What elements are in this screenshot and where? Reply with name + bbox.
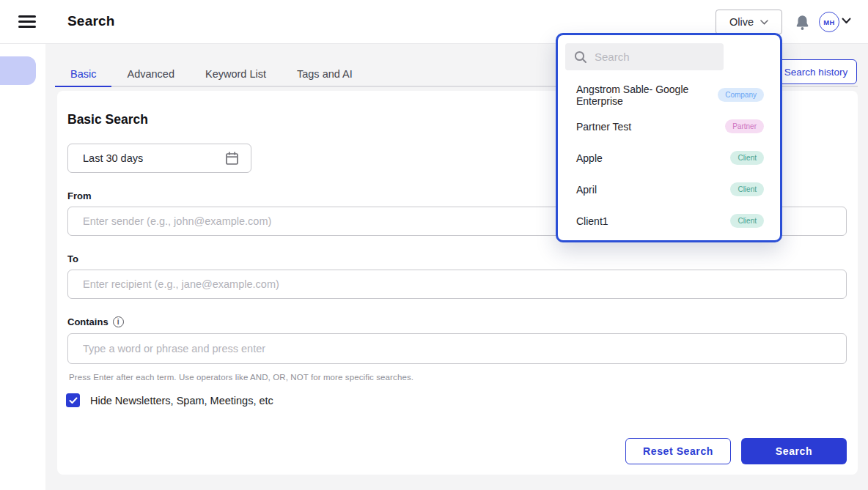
org-name: April	[576, 184, 597, 196]
calendar-icon	[225, 151, 239, 166]
to-label: To	[67, 253, 78, 264]
chevron-down-icon	[760, 20, 768, 25]
org-type-badge: Client	[730, 182, 764, 196]
tab[interactable]: Tags and AI	[282, 62, 368, 86]
user-menu-chevron-icon[interactable]	[842, 18, 851, 24]
org-type-badge: Partner	[725, 119, 764, 133]
sidebar-active-pill[interactable]	[0, 56, 36, 85]
tab-label: Basic	[70, 68, 96, 80]
card-heading: Basic Search	[67, 112, 148, 127]
contains-label: Contains i	[67, 316, 124, 327]
avatar-initials: MH	[823, 18, 834, 26]
org-name: Client1	[576, 215, 608, 227]
search-button[interactable]: Search	[741, 438, 847, 464]
org-type-badge: Company	[718, 88, 764, 102]
org-dropdown-panel: Angstrom Sable- Google Enterprise Compan…	[556, 33, 782, 242]
org-name: Partner Test	[576, 121, 631, 133]
info-icon[interactable]: i	[113, 316, 124, 327]
date-range-picker[interactable]: Last 30 days	[67, 144, 251, 173]
search-tabs: Basic Advanced Keyword List Tags and AI	[55, 62, 368, 86]
org-dropdown-search-input[interactable]	[565, 43, 724, 70]
tab-label: Keyword List	[205, 68, 266, 80]
checkbox-checked[interactable]	[66, 393, 80, 407]
from-label: From	[67, 190, 92, 201]
page-title: Search	[67, 13, 115, 29]
org-type-badge: Client	[730, 214, 764, 228]
tab[interactable]: Basic	[55, 62, 111, 86]
org-dropdown-item[interactable]: Apple Client	[558, 142, 780, 174]
checkbox-label: Hide Newsletters, Spam, Meetings, etc	[90, 395, 273, 407]
org-selector[interactable]: Olive	[716, 10, 782, 34]
avatar[interactable]: MH	[819, 12, 839, 32]
org-dropdown-item[interactable]: Client1 Client	[558, 205, 780, 237]
checkmark-icon	[69, 397, 78, 404]
tab[interactable]: Advanced	[111, 62, 190, 86]
reset-search-button[interactable]: Reset Search	[625, 438, 731, 464]
org-dropdown-item[interactable]: Angstrom Sable- Google Enterprise Compan…	[558, 79, 780, 111]
tab-label: Tags and AI	[297, 68, 353, 80]
org-dropdown-item[interactable]: April Client	[558, 174, 780, 205]
date-range-value: Last 30 days	[68, 152, 225, 164]
to-input[interactable]	[67, 270, 847, 299]
org-selector-label: Olive	[729, 16, 754, 28]
search-history-button[interactable]: Search history	[775, 59, 857, 84]
org-name: Angstrom Sable- Google Enterprise	[576, 83, 718, 107]
org-dropdown-list: Angstrom Sable- Google Enterprise Compan…	[558, 79, 780, 237]
tab-label: Advanced	[127, 68, 174, 80]
contains-input[interactable]	[67, 333, 847, 364]
org-name: Apple	[576, 152, 603, 164]
org-type-badge: Client	[730, 151, 764, 165]
notifications-bell-icon[interactable]	[795, 15, 809, 31]
tab[interactable]: Keyword List	[190, 62, 282, 86]
org-dropdown-item[interactable]: Partner Test Partner	[558, 111, 780, 142]
hide-newsletters-checkbox-row[interactable]: Hide Newsletters, Spam, Meetings, etc	[66, 393, 273, 407]
contains-helper-text: Press Enter after each term. Use operato…	[69, 373, 413, 382]
hamburger-menu-icon[interactable]	[18, 15, 36, 28]
left-rail	[0, 44, 45, 490]
